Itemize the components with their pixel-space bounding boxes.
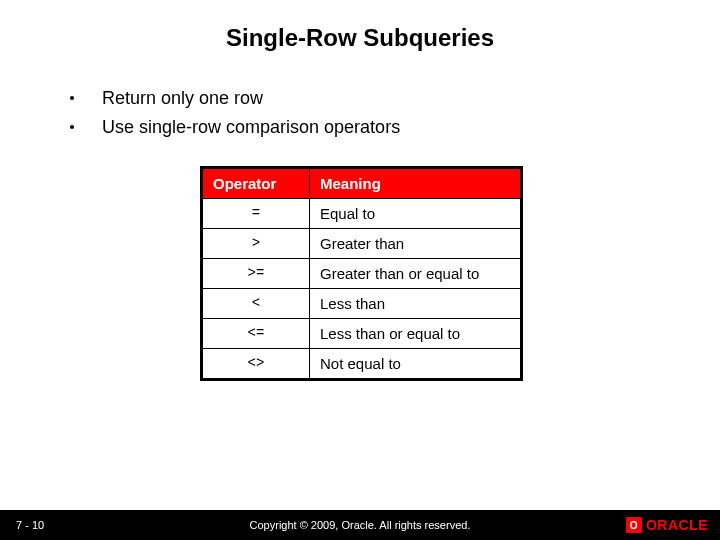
oracle-logo: O ORACLE bbox=[626, 517, 708, 533]
col-operator: Operator bbox=[202, 167, 310, 198]
cell-operator: <> bbox=[202, 348, 310, 379]
bullet-text: Return only one row bbox=[102, 84, 263, 113]
operators-table: Operator Meaning = Equal to > Greater th… bbox=[200, 166, 523, 381]
table-row: >= Greater than or equal to bbox=[202, 258, 522, 288]
slide-title: Single-Row Subqueries bbox=[0, 0, 720, 52]
oracle-logo-icon: O bbox=[626, 517, 642, 533]
table-header-row: Operator Meaning bbox=[202, 167, 522, 198]
list-item: Use single-row comparison operators bbox=[70, 113, 720, 142]
table-row: > Greater than bbox=[202, 228, 522, 258]
table-row: = Equal to bbox=[202, 198, 522, 228]
cell-meaning: Equal to bbox=[310, 198, 522, 228]
oracle-logo-text: ORACLE bbox=[646, 517, 708, 533]
cell-meaning: Greater than or equal to bbox=[310, 258, 522, 288]
footer-bar: 7 - 10 Copyright © 2009, Oracle. All rig… bbox=[0, 510, 720, 540]
cell-operator: <= bbox=[202, 318, 310, 348]
page-number: 7 - 10 bbox=[16, 519, 44, 531]
operators-table-wrap: Operator Meaning = Equal to > Greater th… bbox=[200, 166, 720, 381]
cell-meaning: Less than bbox=[310, 288, 522, 318]
table-row: <> Not equal to bbox=[202, 348, 522, 379]
table-row: < Less than bbox=[202, 288, 522, 318]
cell-meaning: Less than or equal to bbox=[310, 318, 522, 348]
copyright-text: Copyright © 2009, Oracle. All rights res… bbox=[0, 519, 720, 531]
cell-operator: < bbox=[202, 288, 310, 318]
cell-meaning: Greater than bbox=[310, 228, 522, 258]
cell-operator: > bbox=[202, 228, 310, 258]
bullet-list: Return only one row Use single-row compa… bbox=[70, 84, 720, 142]
slide: Single-Row Subqueries Return only one ro… bbox=[0, 0, 720, 540]
bullet-icon bbox=[70, 96, 74, 100]
cell-meaning: Not equal to bbox=[310, 348, 522, 379]
list-item: Return only one row bbox=[70, 84, 720, 113]
bullet-text: Use single-row comparison operators bbox=[102, 113, 400, 142]
bullet-icon bbox=[70, 125, 74, 129]
cell-operator: >= bbox=[202, 258, 310, 288]
table-row: <= Less than or equal to bbox=[202, 318, 522, 348]
col-meaning: Meaning bbox=[310, 167, 522, 198]
cell-operator: = bbox=[202, 198, 310, 228]
